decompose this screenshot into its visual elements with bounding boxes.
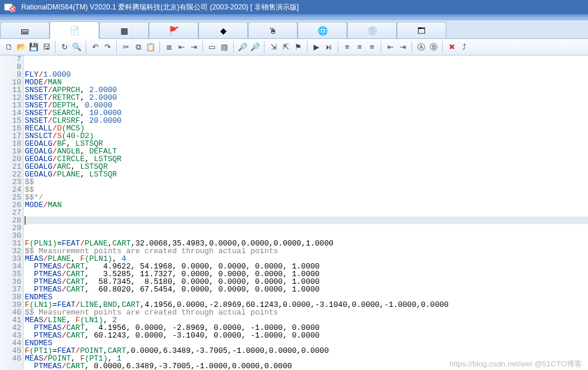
flag-marker-button[interactable]: ⚑ [293, 42, 303, 53]
tab-globe-icon[interactable]: 🌐 [298, 22, 347, 38]
highlight-button[interactable]: ▨ [219, 42, 230, 53]
code-line[interactable]: GEOALG/CIRCLE, LSTSQR [24, 155, 588, 163]
code-line[interactable] [24, 209, 588, 217]
list-button[interactable]: ≣ [164, 42, 174, 53]
code-line[interactable]: MODE/MAN [24, 201, 588, 209]
redo-button[interactable]: ↷ [102, 42, 113, 53]
cube-icon: ◆ [220, 26, 227, 35]
run-button[interactable]: ▶ [311, 42, 322, 53]
globe-icon: 🌐 [318, 26, 328, 35]
align-right-button[interactable]: ≡ [367, 42, 377, 53]
toolbar-separator [86, 41, 86, 53]
hdd-icon: 🖴 [21, 26, 29, 35]
tab-hdd-icon[interactable]: 🖴 [0, 22, 50, 38]
code-line[interactable]: PTMEAS/CART, 60.1243, 0.0000, -3.1040, 0… [24, 332, 588, 339]
toolbar-separator [264, 41, 264, 53]
code-line[interactable]: PTMEAS/CART, 60.8020, 67.5454, 0.0000, 0… [24, 286, 588, 293]
code-editor[interactable]: 7891011121314151617181920212223242526272… [0, 55, 588, 370]
indent-left-button[interactable]: ⇤ [385, 42, 396, 53]
align-left-button[interactable]: ≡ [342, 42, 352, 53]
code-line[interactable]: FLY/1.0000 [24, 71, 588, 78]
export-button[interactable]: ⤴ [459, 42, 469, 53]
toolbar-separator [381, 41, 381, 53]
toolbar-separator [202, 41, 203, 53]
code-line[interactable]: $$ [24, 178, 588, 186]
step-button[interactable]: ⏯ [324, 42, 334, 53]
find-next-button[interactable]: 🔎 [250, 42, 260, 53]
code-line[interactable]: $$*/ [24, 194, 588, 201]
transfer-out-button[interactable]: ⇱ [280, 42, 291, 53]
tab-cube-icon[interactable]: ◆ [198, 22, 248, 38]
flag-icon: 🚩 [169, 26, 179, 35]
refresh-button[interactable]: ↻ [59, 42, 70, 53]
select-rect-button[interactable]: ▭ [207, 42, 217, 53]
undo-button[interactable]: ↶ [90, 42, 100, 53]
tab-disc-icon[interactable]: 💿 [347, 22, 397, 38]
code-line[interactable] [24, 217, 588, 224]
toolbar-separator [411, 41, 412, 53]
indent-right-button[interactable]: ⇥ [397, 42, 408, 53]
find-button[interactable]: 🔎 [237, 42, 248, 53]
probe-icon: 🖱 [269, 26, 277, 35]
tab-table-icon[interactable]: ▦ [99, 22, 149, 38]
tab-flag-icon[interactable]: 🚩 [149, 22, 198, 38]
tab-document-icon[interactable]: 📄 [50, 21, 99, 39]
toolbar-separator [159, 41, 160, 53]
save-doc-button[interactable]: 💾 [28, 42, 39, 53]
indent-list-button[interactable]: ⇥ [188, 42, 199, 53]
window-icon: 🗔 [417, 26, 426, 35]
ribbon-gradient [0, 14, 588, 20]
outdent-list-button[interactable]: ⇤ [176, 42, 187, 53]
table-icon: ▦ [120, 26, 128, 35]
disc-icon: 💿 [367, 26, 377, 35]
transfer-in-button[interactable]: ⇲ [268, 42, 279, 53]
paste-button[interactable]: 📋 [145, 42, 156, 53]
delete-red-button[interactable]: ✖ [446, 42, 457, 53]
save-all-button[interactable]: 🖫 [41, 42, 51, 53]
editor-toolbar: 🗋📂💾🖫↻🔍↶↷✂⧉📋≣⇤⇥▭▨🔎🔎⇲⇱⚑▶⏯≡≡≡⇤⇥ⒶⒷ✖⤴ [0, 39, 588, 55]
tab-strip: 🖴📄▦🚩◆🖱🌐💿🗔 [0, 20, 588, 39]
zoom-button[interactable]: 🔍 [71, 42, 82, 53]
line-gutter: 7891011121314151617181920212223242526272… [0, 55, 24, 370]
code-line[interactable] [24, 224, 588, 232]
toggle-b-button[interactable]: Ⓑ [428, 42, 439, 53]
code-line[interactable]: GEOALG/PLANE, LSTSQR [24, 171, 588, 178]
toolbar-separator [338, 41, 338, 53]
toggle-a-button[interactable]: Ⓐ [416, 42, 426, 53]
code-line[interactable]: SNSLCT/S(40-D2) [24, 132, 588, 140]
new-doc-button[interactable]: 🗋 [4, 42, 14, 53]
code-line[interactable]: $$ [24, 186, 588, 194]
toolbar-separator [116, 41, 117, 53]
window-title: RationalDMIS64(TM) V2020.1 爱科腾瑞科技(北京)有限公… [21, 2, 299, 12]
code-line[interactable]: PTMEAS/CART, 0.0000,6.3489,-3.7005,-1.00… [24, 362, 588, 370]
tab-probe-icon[interactable]: 🖱 [248, 22, 298, 38]
toolbar-separator [442, 41, 443, 53]
document-icon: 📄 [70, 26, 80, 35]
toolbar-separator [307, 41, 308, 53]
copy-button[interactable]: ⧉ [133, 42, 143, 53]
align-center-button[interactable]: ≡ [354, 42, 365, 53]
cut-button[interactable]: ✂ [120, 42, 131, 53]
toolbar-separator [55, 41, 55, 53]
app-icon [4, 2, 15, 12]
tab-window-icon[interactable]: 🗔 [397, 22, 446, 38]
code-area[interactable]: FLY/1.0000MODE/MANSNSET/APPRCH, 2.0000SN… [24, 55, 588, 370]
code-line[interactable]: RECALL/D(MCS) [24, 125, 588, 132]
open-doc-button[interactable]: 📂 [16, 42, 27, 53]
code-line[interactable]: SNSET/CLRSRF, 20.0000 [24, 117, 588, 125]
title-bar: RationalDMIS64(TM) V2020.1 爱科腾瑞科技(北京)有限公… [0, 0, 588, 14]
toolbar-separator [233, 41, 234, 53]
